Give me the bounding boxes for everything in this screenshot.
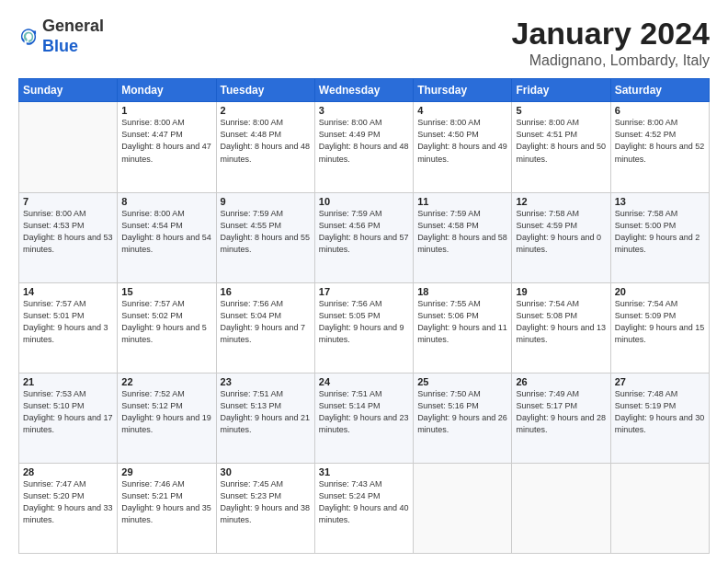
table-row: 2 Sunrise: 8:00 AM Sunset: 4:48 PM Dayli… (216, 102, 314, 192)
sunrise-text: Sunrise: 7:59 AM (319, 209, 382, 218)
table-row: 4 Sunrise: 8:00 AM Sunset: 4:50 PM Dayli… (414, 102, 512, 192)
table-row: 24 Sunrise: 7:51 AM Sunset: 5:14 PM Dayl… (314, 373, 413, 463)
day-info: Sunrise: 7:57 AM Sunset: 5:01 PM Dayligh… (23, 298, 113, 346)
table-row: 21 Sunrise: 7:53 AM Sunset: 5:10 PM Dayl… (19, 373, 118, 463)
sunset-text: Sunset: 5:14 PM (319, 401, 381, 410)
day-number: 31 (319, 466, 409, 477)
daylight-text: Daylight: 9 hours and 30 minutes. (615, 413, 705, 434)
daylight-text: Daylight: 9 hours and 9 minutes. (319, 323, 404, 344)
table-row (414, 463, 512, 553)
day-number: 15 (121, 286, 211, 297)
sunset-text: Sunset: 4:50 PM (417, 130, 479, 139)
day-info: Sunrise: 8:00 AM Sunset: 4:47 PM Dayligh… (121, 117, 211, 165)
day-number: 8 (121, 196, 211, 207)
sunset-text: Sunset: 4:58 PM (417, 221, 479, 230)
daylight-text: Daylight: 9 hours and 2 minutes. (615, 233, 700, 254)
day-number: 19 (516, 286, 606, 297)
header: General Blue January 2024 Madignano, Lom… (18, 17, 710, 69)
sunrise-text: Sunrise: 8:00 AM (23, 209, 86, 218)
sunset-text: Sunset: 4:53 PM (23, 221, 85, 230)
logo: General Blue (18, 17, 104, 56)
daylight-text: Daylight: 8 hours and 55 minutes. (221, 233, 311, 254)
day-info: Sunrise: 8:00 AM Sunset: 4:52 PM Dayligh… (615, 117, 705, 165)
sunrise-text: Sunrise: 7:59 AM (221, 209, 284, 218)
sunrise-text: Sunrise: 7:47 AM (23, 479, 86, 488)
col-friday: Friday (512, 79, 610, 102)
daylight-text: Daylight: 9 hours and 11 minutes. (417, 323, 507, 344)
calendar-table: Sunday Monday Tuesday Wednesday Thursday… (18, 78, 710, 554)
table-row: 29 Sunrise: 7:46 AM Sunset: 5:21 PM Dayl… (118, 463, 216, 553)
day-info: Sunrise: 7:45 AM Sunset: 5:23 PM Dayligh… (221, 478, 311, 526)
day-number: 23 (221, 376, 311, 387)
month-title: January 2024 (512, 17, 711, 51)
logo-text: General Blue (42, 17, 104, 56)
sunset-text: Sunset: 5:23 PM (221, 491, 282, 500)
daylight-text: Daylight: 9 hours and 38 minutes. (221, 503, 311, 524)
sunset-text: Sunset: 5:06 PM (417, 311, 479, 320)
title-block: January 2024 Madignano, Lombardy, Italy (512, 17, 711, 69)
table-row: 3 Sunrise: 8:00 AM Sunset: 4:49 PM Dayli… (314, 102, 413, 192)
col-monday: Monday (118, 79, 216, 102)
table-row: 7 Sunrise: 8:00 AM Sunset: 4:53 PM Dayli… (19, 192, 118, 282)
daylight-text: Daylight: 9 hours and 3 minutes. (23, 323, 108, 344)
sunset-text: Sunset: 5:20 PM (23, 491, 85, 500)
daylight-text: Daylight: 8 hours and 50 minutes. (516, 142, 606, 163)
day-number: 21 (23, 376, 113, 387)
sunset-text: Sunset: 5:17 PM (516, 401, 577, 410)
day-info: Sunrise: 7:59 AM Sunset: 4:56 PM Dayligh… (319, 208, 409, 256)
calendar-week-4: 21 Sunrise: 7:53 AM Sunset: 5:10 PM Dayl… (19, 373, 710, 463)
day-info: Sunrise: 7:53 AM Sunset: 5:10 PM Dayligh… (23, 388, 113, 436)
day-number: 5 (516, 105, 606, 116)
day-number: 14 (23, 286, 113, 297)
day-number: 27 (615, 376, 705, 387)
daylight-text: Daylight: 8 hours and 49 minutes. (417, 142, 507, 163)
day-info: Sunrise: 7:47 AM Sunset: 5:20 PM Dayligh… (23, 478, 113, 526)
day-number: 7 (23, 196, 113, 207)
daylight-text: Daylight: 9 hours and 21 minutes. (221, 413, 311, 434)
day-info: Sunrise: 7:52 AM Sunset: 5:12 PM Dayligh… (121, 388, 211, 436)
sunrise-text: Sunrise: 7:57 AM (23, 299, 86, 308)
sunrise-text: Sunrise: 7:52 AM (121, 389, 185, 398)
sunset-text: Sunset: 4:54 PM (121, 221, 183, 230)
sunset-text: Sunset: 5:13 PM (221, 401, 282, 410)
day-number: 4 (417, 105, 507, 116)
sunrise-text: Sunrise: 8:00 AM (417, 118, 481, 127)
daylight-text: Daylight: 9 hours and 26 minutes. (417, 413, 507, 434)
daylight-text: Daylight: 9 hours and 33 minutes. (23, 503, 113, 524)
col-wednesday: Wednesday (314, 79, 413, 102)
day-info: Sunrise: 7:43 AM Sunset: 5:24 PM Dayligh… (319, 478, 409, 526)
day-info: Sunrise: 7:50 AM Sunset: 5:16 PM Dayligh… (417, 388, 507, 436)
day-info: Sunrise: 7:49 AM Sunset: 5:17 PM Dayligh… (516, 388, 606, 436)
table-row (512, 463, 610, 553)
logo-icon (18, 27, 39, 47)
day-info: Sunrise: 7:58 AM Sunset: 5:00 PM Dayligh… (615, 208, 705, 256)
daylight-text: Daylight: 9 hours and 35 minutes. (121, 503, 211, 524)
day-number: 6 (615, 105, 705, 116)
calendar-week-1: 1 Sunrise: 8:00 AM Sunset: 4:47 PM Dayli… (19, 102, 710, 192)
day-number: 13 (615, 196, 705, 207)
calendar-week-3: 14 Sunrise: 7:57 AM Sunset: 5:01 PM Dayl… (19, 282, 710, 373)
day-number: 25 (417, 376, 507, 387)
daylight-text: Daylight: 9 hours and 28 minutes. (516, 413, 606, 434)
sunset-text: Sunset: 4:49 PM (319, 130, 381, 139)
sunrise-text: Sunrise: 8:00 AM (221, 118, 284, 127)
table-row: 18 Sunrise: 7:55 AM Sunset: 5:06 PM Dayl… (414, 282, 512, 373)
daylight-text: Daylight: 9 hours and 15 minutes. (615, 323, 705, 344)
day-number: 29 (121, 466, 211, 477)
daylight-text: Daylight: 9 hours and 7 minutes. (221, 323, 306, 344)
sunrise-text: Sunrise: 7:51 AM (319, 389, 382, 398)
day-number: 17 (319, 286, 409, 297)
table-row (610, 463, 709, 553)
day-info: Sunrise: 7:57 AM Sunset: 5:02 PM Dayligh… (121, 298, 211, 346)
daylight-text: Daylight: 9 hours and 40 minutes. (319, 503, 409, 524)
sunrise-text: Sunrise: 7:43 AM (319, 479, 382, 488)
day-number: 18 (417, 286, 507, 297)
sunrise-text: Sunrise: 7:54 AM (615, 299, 678, 308)
table-row: 8 Sunrise: 8:00 AM Sunset: 4:54 PM Dayli… (118, 192, 216, 282)
location-title: Madignano, Lombardy, Italy (512, 52, 711, 69)
day-info: Sunrise: 7:59 AM Sunset: 4:58 PM Dayligh… (417, 208, 507, 256)
day-number: 26 (516, 376, 606, 387)
sunset-text: Sunset: 4:48 PM (221, 130, 282, 139)
daylight-text: Daylight: 8 hours and 47 minutes. (121, 142, 211, 163)
sunrise-text: Sunrise: 7:58 AM (516, 209, 579, 218)
